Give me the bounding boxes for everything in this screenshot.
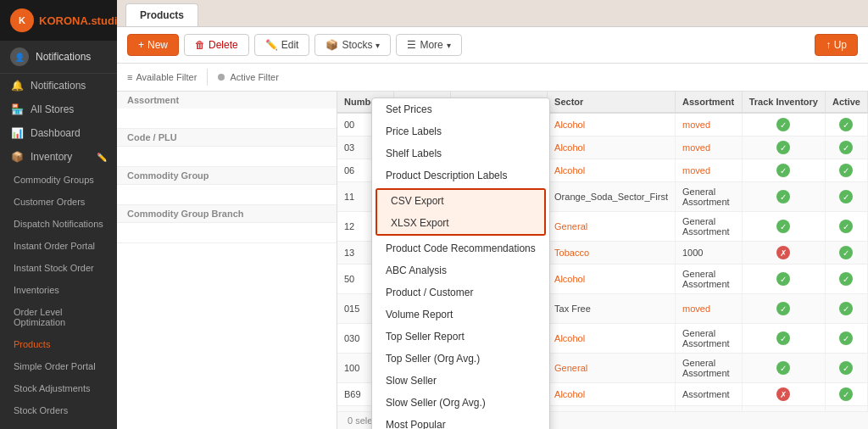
more-button[interactable]: ☰ More ▾: [396, 34, 461, 56]
cell-sector: Tax Free: [548, 294, 676, 324]
plus-icon: +: [138, 39, 144, 51]
sidebar: K KORONA.studio 👤 Notifications 🔔 Notifi…: [0, 0, 117, 429]
sidebar-item-simple-order[interactable]: Simple Order Portal: [0, 355, 117, 377]
cell-assortment: moved: [675, 113, 742, 136]
commodity-group-branch-filter[interactable]: [117, 223, 337, 243]
sidebar-item-dispatch[interactable]: Dispatch Notifications: [0, 213, 117, 235]
up-button[interactable]: ↑ Up: [815, 34, 858, 56]
col-sector: Sector: [548, 92, 676, 113]
track-check: ✓: [776, 190, 790, 203]
sidebar-item-stock-adjustments[interactable]: Stock Adjustments: [0, 377, 117, 399]
sidebar-item-stock-orders[interactable]: Stock Orders: [0, 399, 117, 421]
sidebar-user[interactable]: 👤 Notifications: [0, 41, 117, 74]
dropdown-item-abc-analysis[interactable]: ABC Analysis: [372, 259, 549, 281]
cell-sector: Orange_Soda_Sector_First: [548, 182, 676, 212]
cell-sector: Tobacco: [548, 242, 676, 265]
content-area: ≡ Available Filter Active Filter Assortm…: [117, 64, 868, 429]
tab-products[interactable]: Products: [125, 3, 198, 26]
cell-assortment: General Assortment: [675, 265, 742, 294]
edit-label: Edit: [281, 39, 299, 51]
dropdown-item-slow-seller[interactable]: Slow Seller: [372, 370, 549, 392]
more-dropdown[interactable]: Set PricesPrice LabelsShelf LabelsProduc…: [371, 98, 550, 429]
sidebar-item-stock-receipts[interactable]: Stock Receipts: [0, 421, 117, 429]
track-check: ✓: [776, 164, 790, 177]
main-content: Products + New 🗑 Delete ✏️ Edit 📦 Stocks…: [117, 0, 868, 429]
col-assortment: Assortment: [675, 92, 742, 113]
dropdown-item-product-code-recommendations[interactable]: Product Code Recommendations: [372, 237, 549, 259]
commodity-group-title: Commodity Group: [117, 167, 337, 185]
dropdown-item-top-seller-report[interactable]: Top Seller Report: [372, 326, 549, 348]
new-label: New: [147, 39, 168, 51]
delete-label: Delete: [209, 39, 238, 51]
sidebar-item-instant-order-portal[interactable]: Instant Order Portal: [0, 235, 117, 257]
dropdown-item-xlsx-export[interactable]: XLSX Export: [377, 212, 544, 234]
expand-icon: ✏️: [97, 153, 107, 162]
cell-sector: Alcohol: [548, 265, 676, 294]
sidebar-item-inventories[interactable]: Inventories: [0, 279, 117, 301]
track-check: ✓: [776, 272, 790, 286]
cell-track-inventory: ✓: [742, 182, 825, 212]
cell-track-inventory: ✗: [742, 242, 825, 265]
commodity-group-filter[interactable]: [117, 185, 337, 205]
code-plu-filter[interactable]: [117, 147, 337, 167]
active-filter: Active Filter: [218, 72, 278, 82]
sidebar-item-inventory[interactable]: 📦 Inventory ✏️: [0, 145, 117, 169]
cell-sector: Alcohol: [548, 136, 676, 159]
delete-button[interactable]: 🗑 Delete: [184, 34, 249, 56]
cell-assortment: moved: [675, 136, 742, 159]
dropdown-item-shelf-labels[interactable]: Shelf Labels: [372, 142, 549, 164]
dropdown-item-top-seller-(org-avg.)[interactable]: Top Seller (Org Avg.): [372, 348, 549, 370]
filter-divider: [207, 69, 208, 86]
dropdown-item-csv-export[interactable]: CSV Export: [377, 190, 544, 212]
dropdown-item-most-popular[interactable]: Most Popular: [372, 414, 549, 429]
cell-active: ✓: [825, 113, 867, 136]
tab-bar: Products: [117, 0, 868, 27]
sidebar-item-all-stores[interactable]: 🏪 All Stores: [0, 98, 117, 121]
filter-icon: ≡: [127, 72, 132, 82]
col-track-inventory: Track Inventory: [742, 92, 825, 113]
sidebar-submenu-inventory: Commodity Groups Customer Orders Dispatc…: [0, 169, 117, 429]
label: Stock Orders: [14, 405, 68, 415]
edit-icon: ✏️: [265, 39, 278, 51]
sidebar-item-dashboard[interactable]: 📊 Dashboard: [0, 121, 117, 145]
cell-track-inventory: ✓: [742, 324, 825, 354]
more-arrow-icon: ▾: [447, 41, 451, 50]
stocks-button[interactable]: 📦 Stocks ▾: [314, 34, 391, 56]
cell-sector: General: [548, 212, 676, 242]
sidebar-item-instant-stock-order[interactable]: Instant Stock Order: [0, 257, 117, 279]
dropdown-item-set-prices[interactable]: Set Prices: [372, 98, 549, 120]
cell-active: ✓: [825, 242, 867, 265]
track-check: ✓: [776, 118, 790, 131]
dropdown-item-slow-seller-(org-avg.)[interactable]: Slow Seller (Org Avg.): [372, 392, 549, 414]
cell-sector: Alcohol: [548, 383, 676, 406]
sidebar-item-commodity-groups[interactable]: Commodity Groups: [0, 169, 117, 191]
cell-assortment: Assortment: [675, 383, 742, 406]
dropdown-item-product-/-customer[interactable]: Product / Customer: [372, 281, 549, 304]
sidebar-item-order-level[interactable]: Order Level Optimization: [0, 301, 117, 333]
dropdown-item-volume-report[interactable]: Volume Report: [372, 304, 549, 326]
label: Customer Orders: [14, 197, 85, 207]
cell-active: ✓: [825, 136, 867, 159]
active-check: ✓: [839, 387, 853, 401]
up-label: ↑ Up: [826, 39, 847, 51]
assortment-filter[interactable]: [117, 109, 337, 129]
new-button[interactable]: + New: [127, 34, 179, 56]
cell-track-inventory: ✓: [742, 294, 825, 324]
inventory-icon: 📦: [10, 151, 24, 163]
edit-button[interactable]: ✏️ Edit: [254, 34, 310, 56]
track-check: ✓: [776, 332, 790, 345]
dropdown-item-price-labels[interactable]: Price Labels: [372, 120, 549, 142]
filters-bar: ≡ Available Filter Active Filter: [117, 64, 868, 92]
cell-assortment: General Assortment: [675, 182, 742, 212]
sidebar-item-notifications[interactable]: 🔔 Notifications: [0, 74, 117, 98]
sidebar-item-customer-orders[interactable]: Customer Orders: [0, 191, 117, 213]
bell-icon: 🔔: [10, 80, 24, 92]
sidebar-item-products[interactable]: Products: [0, 333, 117, 355]
cell-active: ✓: [825, 383, 867, 406]
active-check: ✓: [839, 246, 853, 259]
sidebar-item-label: All Stores: [31, 103, 74, 115]
sidebar-logo: K KORONA.studio: [0, 0, 117, 41]
logo-icon: K: [10, 8, 34, 32]
dropdown-item-product-description-labels[interactable]: Product Description Labels: [372, 164, 549, 187]
track-x: ✗: [776, 387, 790, 401]
